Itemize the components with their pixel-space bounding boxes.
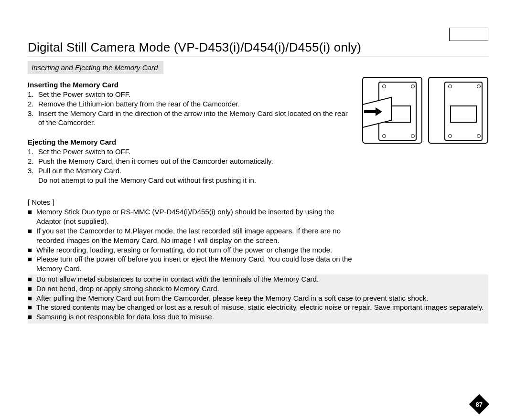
ejecting-block: Ejecting the Memory Card 1.Set the Power… xyxy=(28,138,354,185)
list-item: ■Samsung is not responsible for data los… xyxy=(28,312,488,322)
list-item: 3.Insert the Memory Card in the directio… xyxy=(28,109,354,128)
list-item: ■While recording, loading, erasing or fo… xyxy=(28,245,354,255)
list-item: ■Memory Stick Duo type or RS-MMC (VP-D45… xyxy=(28,207,354,226)
title-underline xyxy=(28,56,488,56)
list-item: 3.Pull out the Memory Card. Do not attem… xyxy=(28,166,354,185)
list-item: 1.Set the Power switch to OFF. xyxy=(28,147,354,157)
page-title: Digital Still Camera Mode (VP-D453(i)/D4… xyxy=(28,40,488,55)
text-column: Inserting the Memory Card 1.Set the Powe… xyxy=(28,74,354,273)
ejecting-steps: 1.Set the Power switch to OFF. 2.Push th… xyxy=(28,147,354,185)
list-item: ■Do not bend, drop or apply strong shock… xyxy=(28,284,488,294)
list-item: 1.Set the Power switch to OFF. xyxy=(28,90,354,99)
list-item: ■Please turn off the power off before yo… xyxy=(28,254,354,273)
diagrams-column xyxy=(354,74,488,144)
list-item: ■The stored contents may be changed or l… xyxy=(28,303,488,312)
notes-label: [ Notes ] xyxy=(28,198,354,206)
content-row: Inserting the Memory Card 1.Set the Powe… xyxy=(28,74,488,273)
inserting-steps: 1.Set the Power switch to OFF. 2.Remove … xyxy=(28,90,354,127)
list-item: ■If you set the Camcorder to M.Player mo… xyxy=(28,226,354,245)
notes-list-narrow: ■Memory Stick Duo type or RS-MMC (VP-D45… xyxy=(28,207,354,273)
list-item: 2.Remove the Lithium-ion battery from th… xyxy=(28,99,354,109)
section-heading-bar: Inserting and Ejecting the Memory Card xyxy=(28,61,163,74)
inserting-heading: Inserting the Memory Card xyxy=(28,81,354,89)
insert-card-diagram xyxy=(362,77,422,144)
notes-list-wide: ■Do not allow metal substances to come i… xyxy=(28,274,488,324)
eject-card-diagram xyxy=(428,77,488,144)
page-number-badge: 87 xyxy=(469,394,489,414)
language-badge xyxy=(449,28,488,41)
arrow-icon xyxy=(364,108,383,115)
manual-page: Digital Still Camera Mode (VP-D453(i)/D4… xyxy=(0,0,516,420)
list-item: ■After pulling the Memory Card out from … xyxy=(28,294,488,303)
ejecting-heading: Ejecting the Memory Card xyxy=(28,138,354,146)
list-item: ■Do not allow metal substances to come i… xyxy=(28,274,488,284)
list-item: 2.Push the Memory Card, then it comes ou… xyxy=(28,157,354,166)
page-number: 87 xyxy=(476,401,483,408)
